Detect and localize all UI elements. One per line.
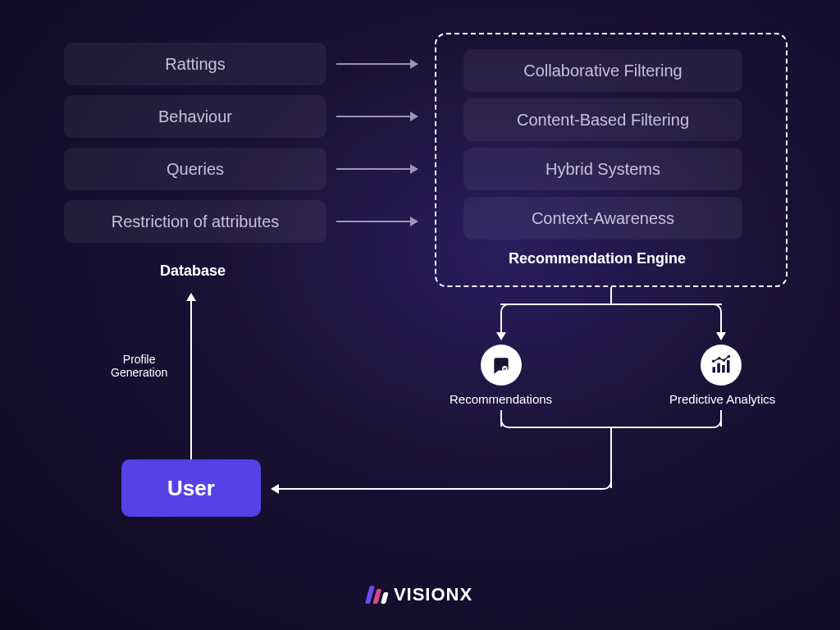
arrow-user-to-db	[186, 293, 196, 301]
conn-engine-stem	[610, 287, 612, 304]
recommendations-label: Recommendations	[450, 392, 552, 406]
database-label: Database	[160, 262, 226, 280]
arrow-3-head	[410, 164, 418, 174]
arrow-3	[336, 168, 410, 170]
arrow-4	[336, 221, 410, 222]
profile-generation-label: Profile Generation	[111, 353, 167, 379]
user-node: User	[121, 459, 261, 517]
predictive-analytics-icon	[701, 345, 742, 386]
brand-logo-icon	[368, 586, 387, 604]
conn-user-to-db	[190, 299, 192, 459]
db-item-behaviour: Behaviour	[64, 95, 326, 138]
arrow-1	[336, 63, 410, 65]
predictive-analytics-label: Predictive Analytics	[669, 392, 775, 406]
brand-name: VISIONX	[394, 584, 472, 605]
svg-rect-2	[717, 363, 720, 373]
svg-rect-3	[722, 365, 725, 372]
engine-item-context: Context-Awareness	[463, 197, 742, 240]
db-item-ratings: Rattings	[64, 43, 326, 85]
arrow-to-user	[271, 484, 279, 494]
arrow-to-analytics	[716, 332, 726, 340]
db-item-queries: Queries	[64, 148, 326, 190]
svg-rect-4	[727, 360, 730, 372]
arrow-2-head	[410, 112, 418, 121]
svg-rect-1	[713, 367, 716, 372]
engine-item-hybrid: Hybrid Systems	[463, 148, 742, 190]
conn-engine-split	[500, 304, 722, 305]
db-item-restriction: Restriction of attributes	[64, 200, 326, 243]
recommendations-icon	[481, 345, 522, 386]
brand-logo: VISIONX	[368, 584, 472, 605]
conn-to-user	[279, 488, 602, 490]
conn-to-recs	[500, 313, 502, 334]
arrow-1-head	[410, 59, 418, 69]
arrow-to-recs	[496, 332, 506, 340]
engine-item-collab: Collaborative Filtering	[463, 49, 742, 92]
engine-label: Recommendation Engine	[509, 250, 686, 267]
arrow-4-head	[410, 217, 418, 226]
corner-split-l	[500, 304, 512, 315]
conn-to-analytics	[720, 313, 722, 334]
engine-item-content: Content-Based Filtering	[463, 98, 742, 141]
arrow-2	[336, 116, 410, 117]
